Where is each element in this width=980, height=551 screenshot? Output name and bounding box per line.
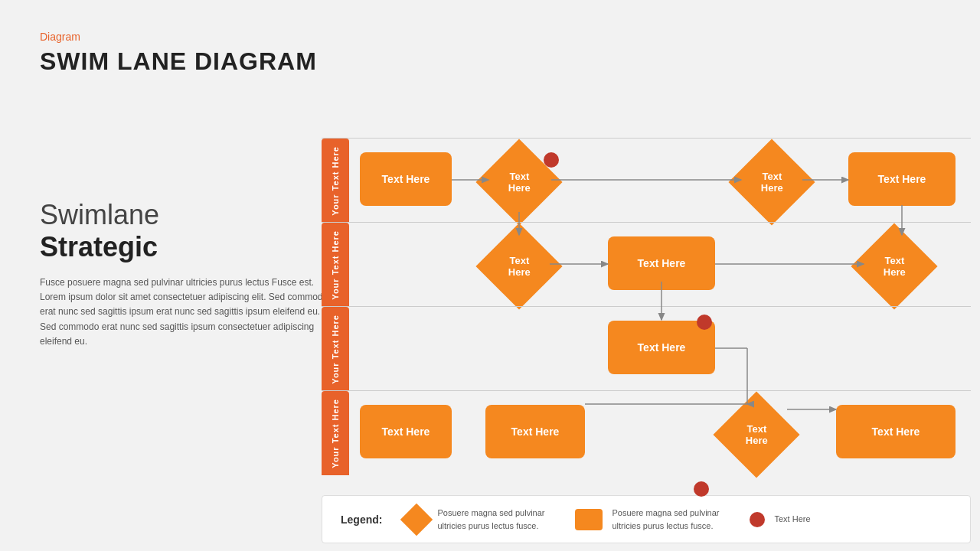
legend-label: Legend: bbox=[341, 514, 382, 526]
lane-2-label: Your Text Here bbox=[331, 230, 340, 300]
diagram: Your Text Here Text Here TextHere TextHe… bbox=[322, 138, 971, 482]
lane4-rect2: Text Here bbox=[485, 405, 585, 458]
lane-1: Your Text Here Text Here TextHere TextHe… bbox=[322, 138, 971, 222]
lane1-rect2: Text Here bbox=[848, 152, 956, 206]
strategic-label: Strategic bbox=[40, 231, 331, 263]
lane1-rect1: Text Here bbox=[360, 152, 452, 206]
lane-3: Your Text Here Text Here bbox=[322, 306, 971, 390]
lane-3-label: Your Text Here bbox=[331, 315, 340, 384]
legend-diamond-icon bbox=[400, 503, 433, 535]
legend: Legend: Posuere magna sed pulvinar ultri… bbox=[322, 495, 971, 543]
legend-item-dot: Text Here bbox=[750, 512, 810, 527]
lane-1-header: Your Text Here bbox=[322, 139, 349, 223]
legend-dot-text: Text Here bbox=[774, 513, 810, 526]
legend-rect-text: Posuere magna sed pulvinar ultricies pur… bbox=[612, 507, 734, 532]
legend-dot-icon bbox=[750, 512, 765, 527]
lane4-rect3: Text Here bbox=[836, 405, 956, 458]
swimlane-label: Swimlane bbox=[40, 199, 331, 231]
lane2-diamond1: TextHere bbox=[475, 223, 562, 309]
lane-4-header: Your Text Here bbox=[322, 391, 349, 475]
lane1-dot1 bbox=[544, 152, 559, 168]
lane-4: Your Text Here Text Here Text Here TextH… bbox=[322, 390, 971, 474]
lane-3-header: Your Text Here bbox=[322, 307, 349, 391]
lane4-diamond1: TextHere bbox=[713, 391, 799, 478]
left-panel: Swimlane Strategic Fusce posuere magna s… bbox=[40, 199, 331, 349]
legend-diamond-text: Posuere magna sed pulvinar ultricies pur… bbox=[437, 507, 560, 532]
header-category: Diagram bbox=[40, 31, 317, 43]
lane2-diamond2: TextHere bbox=[851, 223, 937, 309]
lane1-diamond2: TextHere bbox=[728, 139, 815, 225]
lane-4-label: Your Text Here bbox=[331, 399, 340, 468]
lane3-dot1 bbox=[694, 481, 709, 497]
lane2-dot1 bbox=[697, 315, 712, 330]
lane-2-header: Your Text Here bbox=[322, 223, 349, 307]
lane-2: Your Text Here TextHere Text Here TextHe… bbox=[322, 222, 971, 306]
lanes-container: Your Text Here Text Here TextHere TextHe… bbox=[322, 138, 971, 467]
legend-rect-icon bbox=[575, 509, 603, 530]
header-title: SWIM LANE DIAGRAM bbox=[40, 47, 317, 76]
legend-item-rect: Posuere magna sed pulvinar ultricies pur… bbox=[575, 507, 734, 532]
lane3-rect1: Text Here bbox=[608, 321, 715, 374]
lane4-rect1: Text Here bbox=[360, 405, 452, 458]
body-text: Fusce posuere magna sed pulvinar ultrici… bbox=[40, 276, 331, 349]
header: Diagram SWIM LANE DIAGRAM bbox=[40, 31, 317, 76]
legend-item-diamond: Posuere magna sed pulvinar ultricies pur… bbox=[405, 507, 560, 532]
lane2-rect1: Text Here bbox=[608, 236, 715, 290]
lane-1-label: Your Text Here bbox=[331, 146, 340, 216]
